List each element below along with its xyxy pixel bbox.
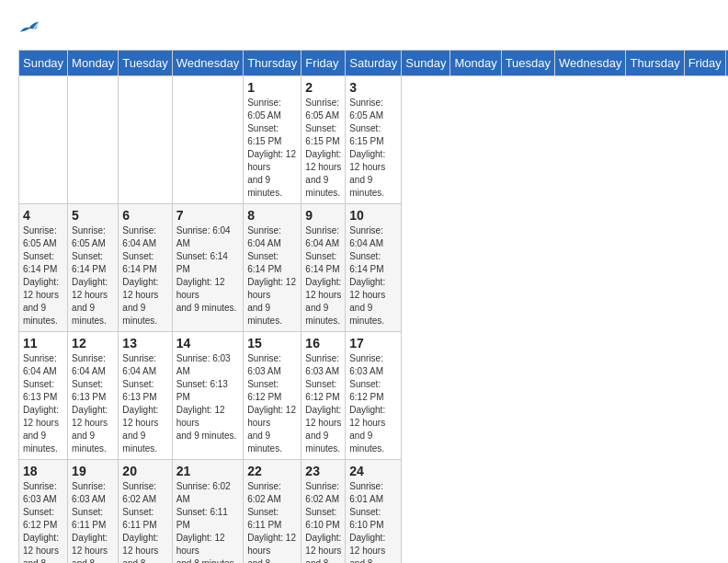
day-info: Sunrise: 6:03 AM Sunset: 6:12 PM Dayligh… [305, 352, 341, 455]
day-info: Sunrise: 6:05 AM Sunset: 6:15 PM Dayligh… [247, 97, 297, 200]
day-number: 3 [349, 80, 397, 95]
page-header [18, 18, 710, 40]
col-header-wednesday: Wednesday [172, 51, 243, 76]
calendar-cell [68, 76, 119, 204]
day-info: Sunrise: 6:02 AM Sunset: 6:10 PM Dayligh… [305, 480, 341, 563]
col-header-tuesday: Tuesday [501, 51, 554, 76]
day-info: Sunrise: 6:05 AM Sunset: 6:14 PM Dayligh… [23, 224, 63, 327]
calendar-cell: 24Sunrise: 6:01 AM Sunset: 6:10 PM Dayli… [346, 460, 402, 564]
calendar-cell: 2Sunrise: 6:05 AM Sunset: 6:15 PM Daylig… [301, 76, 346, 204]
day-number: 6 [122, 208, 167, 223]
calendar-cell: 15Sunrise: 6:03 AM Sunset: 6:12 PM Dayli… [244, 332, 301, 460]
day-info: Sunrise: 6:05 AM Sunset: 6:15 PM Dayligh… [305, 97, 341, 200]
day-info: Sunrise: 6:03 AM Sunset: 6:11 PM Dayligh… [72, 480, 114, 563]
day-info: Sunrise: 6:02 AM Sunset: 6:11 PM Dayligh… [122, 480, 167, 563]
calendar-cell: 13Sunrise: 6:04 AM Sunset: 6:13 PM Dayli… [119, 332, 172, 460]
bird-icon [18, 18, 40, 37]
col-header-thursday: Thursday [626, 51, 684, 76]
day-number: 22 [247, 464, 297, 478]
day-info: Sunrise: 6:03 AM Sunset: 6:13 PM Dayligh… [176, 352, 239, 442]
col-header-thursday: Thursday [244, 51, 301, 76]
calendar-week-row: 4Sunrise: 6:05 AM Sunset: 6:14 PM Daylig… [19, 204, 729, 332]
day-info: Sunrise: 6:02 AM Sunset: 6:11 PM Dayligh… [247, 480, 297, 563]
calendar-cell [19, 76, 68, 204]
col-header-wednesday: Wednesday [555, 51, 626, 76]
calendar-cell [172, 76, 243, 204]
calendar-cell: 5Sunrise: 6:05 AM Sunset: 6:14 PM Daylig… [68, 204, 119, 332]
day-number: 7 [176, 208, 239, 223]
calendar-cell: 3Sunrise: 6:05 AM Sunset: 6:15 PM Daylig… [346, 76, 402, 204]
calendar-week-row: 1Sunrise: 6:05 AM Sunset: 6:15 PM Daylig… [19, 76, 729, 204]
col-header-monday: Monday [450, 51, 501, 76]
col-header-monday: Monday [68, 51, 119, 76]
calendar-cell: 8Sunrise: 6:04 AM Sunset: 6:14 PM Daylig… [244, 204, 301, 332]
calendar-cell: 20Sunrise: 6:02 AM Sunset: 6:11 PM Dayli… [119, 460, 172, 564]
day-number: 21 [176, 464, 239, 478]
day-info: Sunrise: 6:01 AM Sunset: 6:10 PM Dayligh… [349, 480, 397, 563]
day-info: Sunrise: 6:03 AM Sunset: 6:12 PM Dayligh… [349, 352, 397, 455]
day-number: 12 [72, 336, 114, 350]
day-info: Sunrise: 6:05 AM Sunset: 6:15 PM Dayligh… [349, 97, 397, 200]
day-info: Sunrise: 6:04 AM Sunset: 6:14 PM Dayligh… [122, 224, 167, 327]
col-header-sunday: Sunday [19, 51, 68, 76]
calendar-cell: 18Sunrise: 6:03 AM Sunset: 6:12 PM Dayli… [19, 460, 68, 564]
calendar-cell: 6Sunrise: 6:04 AM Sunset: 6:14 PM Daylig… [119, 204, 172, 332]
calendar-header-row: SundayMondayTuesdayWednesdayThursdayFrid… [19, 51, 729, 76]
col-header-friday: Friday [301, 51, 346, 76]
day-number: 8 [247, 208, 297, 223]
day-number: 9 [305, 208, 341, 223]
day-number: 18 [23, 464, 63, 478]
calendar-cell: 23Sunrise: 6:02 AM Sunset: 6:10 PM Dayli… [301, 460, 346, 564]
logo [18, 18, 44, 40]
day-number: 16 [305, 336, 341, 350]
day-number: 11 [23, 336, 63, 350]
calendar-cell: 7Sunrise: 6:04 AM Sunset: 6:14 PM Daylig… [172, 204, 243, 332]
day-number: 13 [122, 336, 167, 350]
calendar-cell: 10Sunrise: 6:04 AM Sunset: 6:14 PM Dayli… [346, 204, 402, 332]
day-number: 10 [349, 208, 397, 223]
calendar-cell: 19Sunrise: 6:03 AM Sunset: 6:11 PM Dayli… [68, 460, 119, 564]
calendar-week-row: 18Sunrise: 6:03 AM Sunset: 6:12 PM Dayli… [19, 460, 729, 564]
col-header-friday: Friday [684, 51, 725, 76]
day-info: Sunrise: 6:03 AM Sunset: 6:12 PM Dayligh… [23, 480, 63, 563]
day-info: Sunrise: 6:05 AM Sunset: 6:14 PM Dayligh… [72, 224, 114, 327]
col-header-sunday: Sunday [402, 51, 450, 76]
day-number: 19 [72, 464, 114, 478]
day-number: 24 [349, 464, 397, 478]
day-info: Sunrise: 6:04 AM Sunset: 6:13 PM Dayligh… [122, 352, 167, 455]
day-info: Sunrise: 6:04 AM Sunset: 6:14 PM Dayligh… [349, 224, 397, 327]
calendar-cell: 21Sunrise: 6:02 AM Sunset: 6:11 PM Dayli… [172, 460, 243, 564]
day-info: Sunrise: 6:03 AM Sunset: 6:12 PM Dayligh… [247, 352, 297, 455]
day-number: 17 [349, 336, 397, 350]
calendar-cell: 1Sunrise: 6:05 AM Sunset: 6:15 PM Daylig… [244, 76, 301, 204]
calendar-cell: 9Sunrise: 6:04 AM Sunset: 6:14 PM Daylig… [301, 204, 346, 332]
col-header-tuesday: Tuesday [119, 51, 172, 76]
calendar-cell [119, 76, 172, 204]
day-number: 14 [176, 336, 239, 350]
day-number: 4 [23, 208, 63, 223]
calendar-cell: 22Sunrise: 6:02 AM Sunset: 6:11 PM Dayli… [244, 460, 301, 564]
calendar-week-row: 11Sunrise: 6:04 AM Sunset: 6:13 PM Dayli… [19, 332, 729, 460]
calendar-cell: 17Sunrise: 6:03 AM Sunset: 6:12 PM Dayli… [346, 332, 402, 460]
day-number: 1 [247, 80, 297, 95]
day-info: Sunrise: 6:04 AM Sunset: 6:14 PM Dayligh… [176, 224, 239, 315]
col-header-saturday: Saturday [346, 51, 402, 76]
day-info: Sunrise: 6:04 AM Sunset: 6:13 PM Dayligh… [72, 352, 114, 455]
calendar-cell: 4Sunrise: 6:05 AM Sunset: 6:14 PM Daylig… [19, 204, 68, 332]
calendar-table: SundayMondayTuesdayWednesdayThursdayFrid… [18, 50, 728, 563]
day-info: Sunrise: 6:04 AM Sunset: 6:13 PM Dayligh… [23, 352, 63, 455]
calendar-cell: 16Sunrise: 6:03 AM Sunset: 6:12 PM Dayli… [301, 332, 346, 460]
day-number: 2 [305, 80, 341, 95]
day-info: Sunrise: 6:02 AM Sunset: 6:11 PM Dayligh… [176, 480, 239, 563]
day-number: 5 [72, 208, 114, 223]
day-number: 15 [247, 336, 297, 350]
day-number: 20 [122, 464, 167, 478]
calendar-cell: 11Sunrise: 6:04 AM Sunset: 6:13 PM Dayli… [19, 332, 68, 460]
day-number: 23 [305, 464, 341, 478]
calendar-cell: 12Sunrise: 6:04 AM Sunset: 6:13 PM Dayli… [68, 332, 119, 460]
day-info: Sunrise: 6:04 AM Sunset: 6:14 PM Dayligh… [305, 224, 341, 327]
day-info: Sunrise: 6:04 AM Sunset: 6:14 PM Dayligh… [247, 224, 297, 327]
calendar-cell: 14Sunrise: 6:03 AM Sunset: 6:13 PM Dayli… [172, 332, 243, 460]
